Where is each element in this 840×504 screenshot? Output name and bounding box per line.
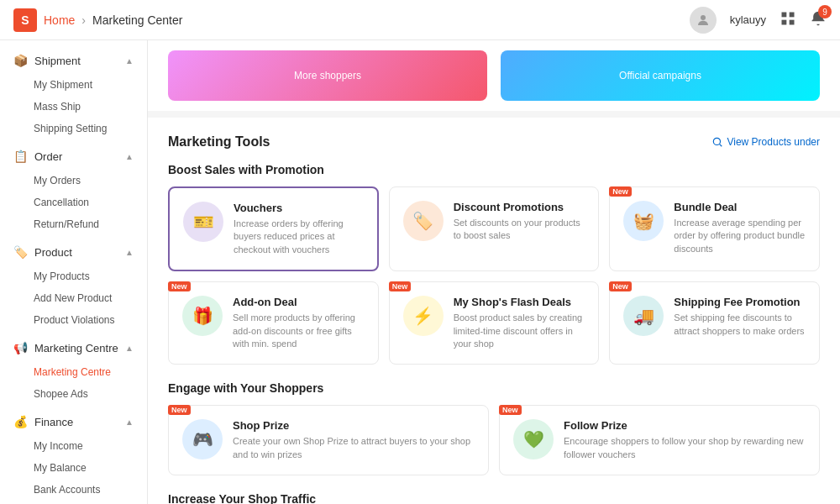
- svg-rect-3: [782, 20, 787, 25]
- notification-badge: 9: [818, 5, 832, 18]
- app-layout: 📦 Shipment ▲ My Shipment Mass Ship Shipp…: [0, 40, 840, 504]
- header-right: kylauyy 9: [690, 7, 827, 34]
- sidebar-section-order-header[interactable]: 📋 Order ▲: [0, 143, 147, 170]
- sidebar-item-shopee-ads[interactable]: Shopee Ads: [0, 383, 147, 405]
- boost-sales-title: Boost Sales with Promotion: [168, 163, 820, 176]
- sidebar-item-my-products[interactable]: My Products: [0, 265, 147, 287]
- sidebar: 📦 Shipment ▲ My Shipment Mass Ship Shipp…: [0, 40, 148, 504]
- boost-tools-grid: 🎫 Vouchers Increase orders by offering b…: [168, 186, 820, 365]
- tool-card-vouchers[interactable]: 🎫 Vouchers Increase orders by offering b…: [168, 186, 379, 271]
- sidebar-item-my-balance[interactable]: My Balance: [0, 457, 147, 479]
- breadcrumb-separator: ›: [81, 13, 86, 27]
- svg-point-5: [714, 138, 721, 144]
- bundle-new-badge: New: [609, 186, 632, 197]
- header: S Home › Marketing Center kylauyy 9: [0, 0, 840, 40]
- grid-icon[interactable]: [780, 10, 796, 29]
- marketing-tools-title: Marketing Tools: [168, 134, 270, 150]
- bundle-info: Bundle Deal Increase average spending pe…: [674, 201, 806, 255]
- sidebar-section-marketing-label: Marketing Centre: [34, 342, 118, 354]
- flash-new-badge: New: [389, 281, 412, 291]
- tool-card-flash-deals[interactable]: New ⚡ My Shop's Flash Deals Boost produc…: [389, 281, 600, 365]
- shipping-new-badge: New: [609, 281, 632, 291]
- follow-prize-info: Follow Prize Encourage shoppers to follo…: [564, 419, 806, 461]
- sidebar-section-finance-label: Finance: [34, 416, 73, 428]
- avatar: [690, 7, 717, 34]
- banner-more-shoppers[interactable]: More shoppers: [168, 50, 487, 101]
- order-icon: 📋: [13, 150, 28, 163]
- sidebar-item-bank-accounts[interactable]: Bank Accounts: [0, 479, 147, 501]
- engage-tools-grid: New 🎮 Shop Prize Create your own Shop Pr…: [168, 405, 820, 475]
- notification-button[interactable]: 9: [810, 10, 827, 29]
- discount-info: Discount Promotions Set discounts on you…: [454, 201, 585, 243]
- sidebar-item-payment-settings[interactable]: Payment Settings: [0, 501, 147, 504]
- finance-icon: 💰: [13, 415, 28, 428]
- discount-name: Discount Promotions: [454, 201, 585, 213]
- sidebar-item-cancellation[interactable]: Cancellation: [0, 192, 147, 213]
- finance-chevron: ▲: [125, 417, 134, 427]
- shop-prize-new-badge: New: [168, 405, 191, 415]
- sidebar-section-product-label: Product: [34, 246, 72, 259]
- marketing-chevron: ▲: [125, 344, 134, 353]
- svg-rect-2: [790, 13, 795, 18]
- follow-prize-new-badge: New: [499, 405, 522, 415]
- marketing-tools-section: Marketing Tools View Products under Boos…: [148, 118, 840, 504]
- shipment-icon: 📦: [13, 54, 28, 67]
- addon-icon: 🎁: [182, 296, 223, 336]
- vouchers-info: Vouchers Increase orders by offering buy…: [234, 202, 364, 256]
- addon-info: Add-on Deal Sell more products by offeri…: [233, 296, 365, 350]
- discount-desc: Set discounts on your products to boost …: [454, 217, 585, 243]
- flash-name: My Shop's Flash Deals: [454, 296, 585, 308]
- bundle-icon: 🧺: [623, 201, 664, 241]
- tool-card-addon-deal[interactable]: New 🎁 Add-on Deal Sell more products by …: [168, 281, 379, 365]
- shipment-chevron: ▲: [125, 56, 134, 66]
- product-icon: 🏷️: [13, 245, 28, 259]
- tool-card-discount-promotions[interactable]: 🏷️ Discount Promotions Set discounts on …: [389, 186, 600, 271]
- sidebar-section-product: 🏷️ Product ▲ My Products Add New Product…: [0, 239, 147, 331]
- sidebar-section-marketing-header[interactable]: 📢 Marketing Centre ▲: [0, 334, 147, 361]
- sidebar-item-my-orders[interactable]: My Orders: [0, 170, 147, 192]
- follow-prize-icon: 💚: [513, 419, 554, 459]
- sidebar-item-shipping-setting[interactable]: Shipping Setting: [0, 118, 147, 139]
- banner-more-shoppers-label: More shoppers: [294, 70, 361, 81]
- sidebar-section-order: 📋 Order ▲ My Orders Cancellation Return/…: [0, 143, 147, 235]
- svg-point-0: [701, 15, 706, 20]
- sidebar-item-product-violations[interactable]: Product Violations: [0, 309, 147, 331]
- sidebar-item-mass-ship[interactable]: Mass Ship: [0, 96, 147, 118]
- sidebar-section-finance: 💰 Finance ▲ My Income My Balance Bank Ac…: [0, 408, 147, 504]
- bundle-name: Bundle Deal: [674, 201, 806, 213]
- view-products-link[interactable]: View Products under: [711, 136, 820, 148]
- marketing-tools-header: Marketing Tools View Products under: [168, 134, 820, 150]
- breadcrumb: Home › Marketing Center: [44, 13, 182, 27]
- shipping-name: Shipping Fee Promotion: [674, 296, 806, 308]
- product-chevron: ▲: [125, 248, 134, 257]
- home-link[interactable]: Home: [44, 13, 75, 27]
- header-icons: 9: [780, 10, 827, 29]
- shop-prize-icon: 🎮: [182, 419, 223, 459]
- sidebar-section-marketing: 📢 Marketing Centre ▲ Marketing Centre Sh…: [0, 334, 147, 405]
- vouchers-icon: 🎫: [183, 202, 223, 242]
- flash-icon: ⚡: [403, 296, 444, 336]
- sidebar-item-return-refund[interactable]: Return/Refund: [0, 213, 147, 235]
- tool-card-shipping-fee[interactable]: New 🚚 Shipping Fee Promotion Set shippin…: [609, 281, 820, 365]
- banner-official-campaigns[interactable]: Official campaigns: [501, 50, 820, 101]
- top-banner: More shoppers Official campaigns: [148, 40, 840, 111]
- banner-official-campaigns-label: Official campaigns: [619, 70, 701, 81]
- traffic-title: Increase Your Shop Traffic: [168, 492, 820, 504]
- discount-icon: 🏷️: [403, 201, 444, 241]
- svg-line-6: [720, 144, 722, 147]
- tool-card-bundle-deal[interactable]: New 🧺 Bundle Deal Increase average spend…: [609, 186, 820, 271]
- traffic-section: Increase Your Shop Traffic New 📣 Shopee …: [168, 492, 820, 504]
- sidebar-item-add-new-product[interactable]: Add New Product: [0, 287, 147, 309]
- tool-card-shop-prize[interactable]: New 🎮 Shop Prize Create your own Shop Pr…: [168, 405, 489, 475]
- bundle-desc: Increase average spending per order by o…: [674, 217, 806, 255]
- sidebar-section-finance-header[interactable]: 💰 Finance ▲: [0, 408, 147, 435]
- sidebar-item-my-income[interactable]: My Income: [0, 435, 147, 457]
- tool-card-follow-prize[interactable]: New 💚 Follow Prize Encourage shoppers to…: [499, 405, 820, 475]
- sidebar-item-my-shipment[interactable]: My Shipment: [0, 74, 147, 96]
- main-content: More shoppers Official campaigns Marketi…: [148, 40, 840, 504]
- sidebar-section-shipment-header[interactable]: 📦 Shipment ▲: [0, 47, 147, 74]
- engage-title: Engage with Your Shoppers: [168, 381, 820, 395]
- page-title: Marketing Center: [92, 13, 182, 27]
- sidebar-item-marketing-centre[interactable]: Marketing Centre: [0, 361, 147, 383]
- sidebar-section-product-header[interactable]: 🏷️ Product ▲: [0, 239, 147, 265]
